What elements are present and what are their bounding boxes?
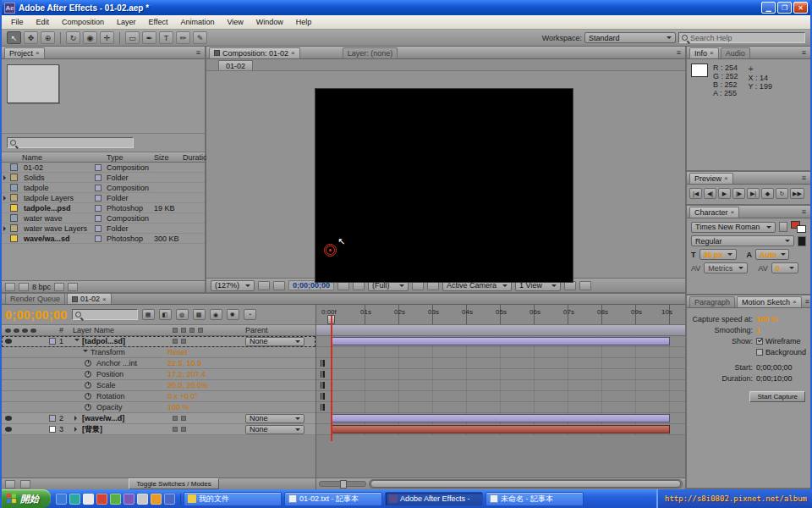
layer-track-3[interactable] [316, 424, 685, 435]
puppet-tool-icon[interactable]: ✎ [193, 31, 207, 44]
type-tool-icon[interactable]: T [159, 31, 173, 44]
taskbar-item-after-effects[interactable]: Adobe After Effects - [385, 492, 483, 506]
value-indicator-icon[interactable] [321, 382, 325, 389]
tab-preview[interactable]: Preview× [689, 173, 733, 184]
layer-switch-icon[interactable] [173, 339, 178, 344]
last-frame-button[interactable]: ▶| [747, 188, 760, 199]
value-indicator-icon[interactable] [321, 360, 325, 367]
viewer-tab-01-02[interactable]: 01-02 [218, 60, 253, 70]
stopwatch-icon[interactable] [85, 371, 91, 378]
tab-paragraph[interactable]: Paragraph [689, 296, 735, 307]
label-chip[interactable] [49, 426, 56, 433]
layer-row-3[interactable]: 3 [背景] None [2, 424, 315, 435]
kerning-dropdown[interactable]: Auto [755, 249, 789, 260]
twirl-icon[interactable] [74, 416, 80, 421]
layer-switch-icon[interactable] [181, 427, 186, 432]
work-area-bar[interactable] [316, 325, 685, 336]
fill-stroke-swatches[interactable] [791, 221, 806, 233]
quicklaunch-icon-5[interactable] [110, 494, 121, 505]
interpret-footage-icon[interactable] [5, 283, 15, 291]
project-item[interactable]: Solids Folder [2, 173, 205, 183]
toggle-switches-modes-button[interactable]: Toggle Switches / Modes [129, 478, 219, 489]
time-ruler[interactable]: 0:00f 01s 02s 03s 04s 05s 06s 07s 08s 09… [316, 305, 685, 325]
col-size[interactable]: Size [154, 153, 183, 162]
close-button[interactable]: ✕ [793, 2, 808, 14]
transform-group-row[interactable]: Transform Reset [2, 347, 315, 358]
workspace-dropdown[interactable]: Standard [584, 32, 676, 43]
panel-menu-icon[interactable]: ≡ [800, 207, 808, 216]
start-button[interactable]: 開始 [2, 489, 51, 508]
delete-icon[interactable] [68, 283, 78, 291]
tab-timeline-01-02[interactable]: 01-02× [67, 293, 112, 304]
stopwatch-icon[interactable] [85, 382, 91, 389]
scrollbar-thumb[interactable] [370, 480, 681, 488]
audio-toggle-button[interactable]: ◆ [761, 188, 774, 199]
expand-icon[interactable] [5, 480, 15, 489]
panel-menu-icon[interactable]: ≡ [800, 48, 808, 57]
close-icon[interactable]: × [724, 174, 728, 182]
ram-preview-button[interactable]: ▶▶ [790, 188, 804, 199]
expand-icon[interactable] [3, 196, 8, 201]
value-indicator-icon[interactable] [321, 393, 325, 400]
zoom-tool-icon[interactable]: ⊕ [41, 31, 55, 44]
property-row-position[interactable]: Position 17.2, 207.4 [2, 369, 315, 380]
parent-dropdown[interactable]: None [245, 425, 304, 434]
tab-composition[interactable]: Composition: 01-02× [209, 47, 300, 58]
stopwatch-icon[interactable] [85, 393, 91, 400]
transform-track[interactable] [316, 347, 685, 358]
expand-icon[interactable] [3, 175, 8, 180]
tab-project[interactable]: Project× [4, 47, 45, 58]
stopwatch-icon[interactable] [85, 404, 91, 411]
close-icon[interactable]: × [291, 49, 295, 57]
layer-anchor-target-icon[interactable] [324, 244, 337, 257]
label-chip[interactable] [49, 415, 56, 422]
search-input[interactable] [690, 34, 802, 42]
close-icon[interactable]: × [731, 208, 735, 216]
layer-switch-icon[interactable] [181, 416, 186, 421]
horizontal-scrollbar[interactable] [369, 479, 683, 489]
col-duration[interactable]: Duratio [183, 153, 207, 162]
stopwatch-icon[interactable] [85, 360, 91, 367]
col-parent[interactable]: Parent [245, 326, 316, 334]
composition-mini-flowchart-icon[interactable]: ▦ [142, 309, 155, 320]
property-value[interactable]: 22.5, 10.9 [167, 359, 316, 367]
brush-tool-icon[interactable]: ✏ [176, 31, 190, 44]
smoothing-value[interactable]: 1 [756, 326, 760, 334]
property-row-opacity[interactable]: Opacity 100 % [2, 402, 315, 413]
mask-visibility-icon[interactable] [273, 281, 285, 290]
label-chip[interactable] [95, 225, 102, 232]
quicklaunch-icon-3[interactable] [83, 494, 94, 505]
layer-row-1[interactable]: 1 [tadpol...sd] None [2, 336, 315, 347]
background-checkbox[interactable] [756, 349, 763, 356]
menu-edit[interactable]: Edit [30, 16, 56, 28]
project-column-headers[interactable]: Name Type Size Duratio [2, 152, 205, 163]
tracking-dropdown[interactable]: 0 [771, 262, 798, 273]
minimize-button[interactable]: ▁ [761, 2, 776, 14]
parent-dropdown[interactable]: None [245, 337, 304, 346]
tab-layer[interactable]: Layer: (none) [343, 47, 398, 58]
new-composition-icon[interactable] [54, 283, 64, 291]
layer-row-2[interactable]: 2 [wave/w...d] None [2, 413, 315, 424]
safe-zones-icon[interactable] [258, 281, 270, 290]
layer-switch-icon[interactable] [181, 339, 186, 344]
layer-duration-bar[interactable] [332, 425, 670, 433]
timeline-track-area[interactable]: 0:00f 01s 02s 03s 04s 05s 06s 07s 08s 09… [316, 305, 685, 489]
quicklaunch-icon-9[interactable] [164, 494, 175, 505]
label-chip[interactable] [95, 185, 102, 191]
first-frame-button[interactable]: |◀ [689, 188, 702, 199]
timeline-zoom-slider[interactable] [319, 481, 366, 487]
reset-link[interactable]: Reset [167, 348, 316, 356]
property-track[interactable] [316, 358, 685, 369]
camera-tool-icon[interactable]: ◉ [83, 31, 97, 44]
project-item[interactable]: tadpole Layers Folder [2, 193, 205, 203]
quicklaunch-icon-8[interactable] [151, 494, 162, 505]
property-value[interactable]: 17.2, 207.4 [167, 370, 316, 378]
eye-icon[interactable] [5, 416, 12, 421]
project-item[interactable]: 01-02 Composition [2, 163, 205, 173]
menu-file[interactable]: File [5, 16, 30, 28]
timeline-search-box[interactable] [72, 309, 138, 320]
label-chip[interactable] [95, 164, 102, 171]
start-capture-button[interactable]: Start Capture [749, 391, 805, 402]
maximize-button[interactable]: ❐ [777, 2, 792, 14]
project-bit-depth[interactable]: 8 bpc [32, 283, 51, 291]
